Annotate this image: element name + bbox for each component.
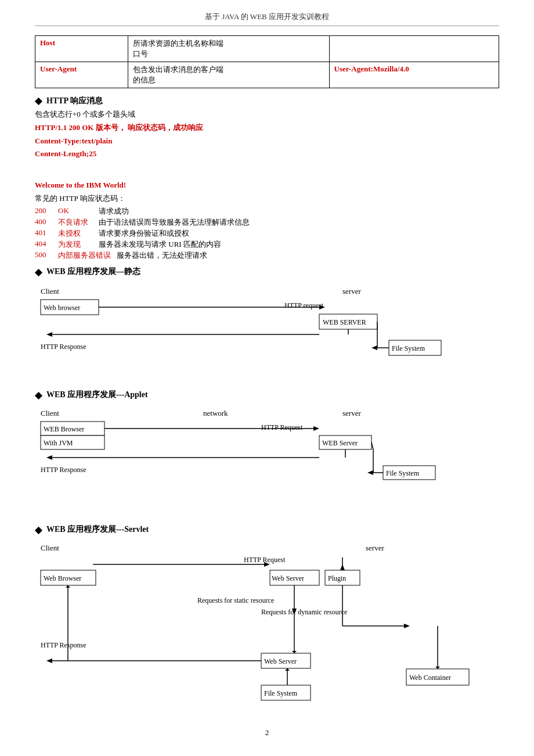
servlet-http-resp-label: HTTP Response xyxy=(41,641,86,649)
servlet-static-label: Requests for static resource xyxy=(197,596,274,604)
http-request-label: HTTP request xyxy=(284,301,324,309)
status-200: 200 OK 请求成功 xyxy=(35,206,499,217)
applet-diagram: Client network server WEB Browser With J… xyxy=(35,405,499,515)
applet-arrow-left-head xyxy=(46,455,52,460)
applet-network-label: network xyxy=(203,409,228,417)
header-title: 基于 JAVA 的 WEB 应用开发实训教程 xyxy=(205,12,329,21)
http-blank xyxy=(35,166,499,178)
applet-fs-label: File System xyxy=(386,469,420,477)
status-401: 401 未授权 请求要求身份验证和或授权 xyxy=(35,228,499,239)
servlet-ws-label: Web Server xyxy=(272,574,304,582)
applet-server-label: server xyxy=(342,409,361,417)
http-headers-table: Host 所请求资源的主机名称和端口号 User-Agent 包含发出请求消息的… xyxy=(35,35,499,88)
applet-fs-arrow-head xyxy=(367,470,373,475)
servlet-client-label: Client xyxy=(41,543,59,552)
arrow-left-head xyxy=(46,332,52,337)
http-response-title: HTTP 响应消息 xyxy=(46,96,103,106)
servlet-resp-head xyxy=(46,658,52,663)
diamond-icon-4: ◆ xyxy=(35,524,42,535)
status-400: 400 不良请求 由于语法错误而导致服务器无法理解请求信息 xyxy=(35,217,499,228)
http-response-desc: 包含状态行+0 个或多个题头域 xyxy=(35,109,499,121)
servlet-wc-vhead xyxy=(435,667,440,669)
section-applet-heading: ◆ WEB 应用程序发展---Applet xyxy=(35,390,499,401)
section-applet-title: WEB 应用程序发展---Applet xyxy=(46,390,148,400)
diamond-icon-2: ◆ xyxy=(35,267,42,278)
file-system-label: File System xyxy=(392,344,425,352)
servlet-ws2-label: Web Server xyxy=(264,657,297,665)
static-diagram: Client server Web browser HTTP request W… xyxy=(35,282,499,380)
http-response-label: HTTP Response xyxy=(41,343,86,351)
servlet-server-label: server xyxy=(366,543,384,552)
section-servlet-title: WEB 应用程序发展---Servlet xyxy=(46,524,149,535)
applet-diagram-svg: Client network server WEB Browser With J… xyxy=(35,405,476,513)
servlet-browser-up-head xyxy=(66,585,70,588)
page-header: 基于 JAVA 的 WEB 应用开发实训教程 xyxy=(35,12,499,26)
page-number: 2 xyxy=(265,728,269,737)
http-line4: Welcome to the IBM World! xyxy=(35,179,499,192)
applet-http-req-label: HTTP Request xyxy=(261,423,303,431)
applet-browser-label: WEB Browser xyxy=(44,425,84,433)
status-500: 500 内部服务器错误 服务器出错，无法处理请求 xyxy=(35,250,499,261)
http-line2: Content-Type:text/plain xyxy=(35,135,499,147)
servlet-diagram-svg: Client server HTTP Request Web Browser W… xyxy=(35,540,476,708)
http-line3: Content-Length;25 xyxy=(35,148,499,160)
servlet-dynamic-label: Requests for dynamic resource xyxy=(261,608,347,616)
table-cell-useragent-example: User-Agent:Mozilla/4.0 xyxy=(329,62,499,88)
servlet-plugin-label: Plugin xyxy=(328,574,346,582)
diamond-icon: ◆ xyxy=(35,95,42,106)
table-row: Host 所请求资源的主机名称和端口号 xyxy=(35,36,499,62)
applet-server-box-label: WEB Server xyxy=(322,439,358,447)
web-browser-label: Web browser xyxy=(44,304,80,312)
status-404: 404 为发现 服务器未发现与请求 URI 匹配的内容 xyxy=(35,239,499,250)
table-cell-host-example xyxy=(329,36,499,62)
applet-http-resp-label: HTTP Response xyxy=(41,466,86,474)
status-intro: 常见的 HTTP 响应状态码： xyxy=(35,193,499,205)
servlet-static-to-ws-head xyxy=(292,651,297,653)
status-codes-list: 200 OK 请求成功 400 不良请求 由于语法错误而导致服务器无法理解请求信… xyxy=(35,206,499,261)
table-row: User-Agent 包含发出请求消息的客户端的信息 User-Agent:Mo… xyxy=(35,62,499,88)
servlet-diagram: Client server HTTP Request Web Browser W… xyxy=(35,540,499,711)
http-response-heading: ◆ HTTP 响应消息 xyxy=(35,95,499,106)
servlet-fs-up-head xyxy=(285,668,290,671)
table-cell-host: Host xyxy=(35,36,128,62)
servlet-dynamic-arrow-head xyxy=(404,624,410,628)
static-server-label: server xyxy=(342,287,361,296)
static-diagram-svg: Client server Web browser HTTP request W… xyxy=(35,282,476,378)
web-server-label: WEB SERVER xyxy=(323,318,366,326)
table-cell-useragent-desc: 包含发出请求消息的客户端的信息 xyxy=(128,62,329,88)
page-footer: 2 xyxy=(35,728,499,737)
fs-to-ws-head xyxy=(371,345,377,350)
http-line1: HTTP/1.1 200 OK 版本号， 响应状态码，成功响应 xyxy=(35,122,499,134)
section-static-heading: ◆ WEB 应用程序发展—静态 xyxy=(35,267,499,278)
diamond-icon-3: ◆ xyxy=(35,390,42,401)
servlet-wc-label: Web Container xyxy=(409,674,451,682)
servlet-browser-label: Web Browser xyxy=(44,574,81,582)
servlet-plugin-up-head xyxy=(340,564,345,570)
section-servlet-heading: ◆ WEB 应用程序发展---Servlet xyxy=(35,524,499,535)
servlet-fs-label: File System xyxy=(264,689,298,697)
applet-arrow-right-head xyxy=(313,426,319,431)
static-client-label: Client xyxy=(41,287,59,296)
table-cell-host-desc: 所请求资源的主机名称和端口号 xyxy=(128,36,329,62)
applet-client-label: Client xyxy=(41,409,59,417)
section-static-title: WEB 应用程序发展—静态 xyxy=(46,267,140,277)
table-cell-useragent: User-Agent xyxy=(35,62,128,88)
applet-jvm-label: With JVM xyxy=(44,439,73,447)
